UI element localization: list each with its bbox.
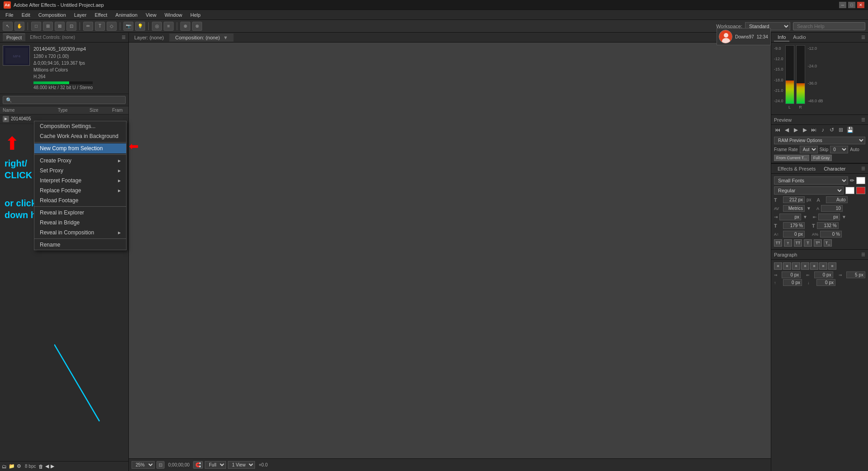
pencil-icon[interactable]: ✏ bbox=[850, 177, 854, 184]
preview-first[interactable]: ⏮ bbox=[774, 127, 781, 133]
para-justify-left[interactable]: ≡ bbox=[801, 262, 809, 270]
full-gray-btn[interactable]: Full Gray bbox=[811, 155, 832, 161]
menu-edit[interactable]: Edit bbox=[18, 11, 34, 19]
ctx-reveal-composition[interactable]: Reveal in Composition bbox=[34, 228, 126, 238]
menu-view[interactable]: View bbox=[142, 11, 160, 19]
new-folder-btn[interactable]: 📁 bbox=[9, 463, 15, 469]
project-settings-btn[interactable]: ⚙ bbox=[17, 463, 21, 469]
tab-composition[interactable]: Composition: (none) ▼ bbox=[170, 33, 234, 42]
toolbar-text[interactable]: T bbox=[95, 22, 105, 31]
kern-input[interactable] bbox=[783, 205, 805, 212]
caps-sub[interactable]: T bbox=[804, 239, 812, 247]
maximize-button[interactable]: □ bbox=[848, 2, 855, 8]
menu-layer[interactable]: Layer bbox=[71, 11, 90, 19]
ctx-reveal-bridge[interactable]: Reveal in Bridge bbox=[34, 218, 126, 228]
tab-character[interactable]: Character bbox=[820, 165, 849, 172]
menu-help[interactable]: Help bbox=[187, 11, 204, 19]
para-justify-all[interactable]: ≡ bbox=[828, 262, 836, 270]
toolbar-shape[interactable]: ◇ bbox=[107, 22, 117, 31]
preview-last[interactable]: ⏭ bbox=[810, 127, 817, 133]
para-space-before[interactable] bbox=[783, 279, 802, 286]
para-indent-first[interactable] bbox=[846, 271, 865, 278]
toolbar-extra-1[interactable]: ⊕ bbox=[180, 22, 190, 31]
indent2-input[interactable] bbox=[818, 214, 840, 220]
caps-tsub[interactable]: T_ bbox=[824, 239, 832, 247]
toolbar-pen[interactable]: ✏ bbox=[83, 22, 93, 31]
para-left[interactable]: ≡ bbox=[774, 262, 782, 270]
from-current-btn[interactable]: From Current T... bbox=[774, 155, 809, 161]
no-stroke-swatch[interactable] bbox=[856, 187, 865, 194]
caps-t-small[interactable]: T bbox=[784, 239, 792, 247]
composition-viewer[interactable] bbox=[129, 43, 771, 458]
ctx-set-proxy[interactable]: Set Proxy bbox=[34, 166, 126, 176]
ctx-create-proxy[interactable]: Create Proxy bbox=[34, 156, 126, 166]
preview-options[interactable]: ⊞ bbox=[837, 127, 844, 133]
delete-item-btn[interactable]: 🗑 bbox=[38, 464, 43, 469]
style-select[interactable]: Regular bbox=[774, 186, 844, 195]
fit-btn[interactable]: ⊡ bbox=[156, 461, 165, 469]
indent-input[interactable] bbox=[779, 214, 801, 220]
ctx-rename[interactable]: Rename bbox=[34, 240, 126, 250]
font-select[interactable]: Small Fonts bbox=[774, 176, 848, 185]
menu-animation[interactable]: Animation bbox=[112, 11, 141, 19]
preview-next-frame[interactable]: ▶ bbox=[801, 127, 808, 133]
preview-menu-btn[interactable]: ☰ bbox=[861, 117, 865, 122]
para-justify-center[interactable]: ≡ bbox=[810, 262, 818, 270]
hscale-input[interactable] bbox=[817, 222, 839, 229]
toolbar-btn-2[interactable]: ⊞ bbox=[43, 22, 53, 31]
tab-project[interactable]: Project bbox=[3, 33, 25, 41]
ctx-replace-footage[interactable]: Replace Footage bbox=[34, 186, 126, 195]
tracking-input[interactable] bbox=[826, 196, 848, 203]
para-menu-btn[interactable]: ☰ bbox=[861, 252, 865, 257]
minimize-button[interactable]: ─ bbox=[839, 2, 846, 8]
view-select[interactable]: 1 View bbox=[228, 461, 255, 469]
collapse-btn[interactable]: ◀ bbox=[45, 463, 49, 469]
caps-tsup[interactable]: T^ bbox=[814, 239, 822, 247]
toolbar-extra-2[interactable]: ⊗ bbox=[192, 22, 202, 31]
preview-cache[interactable]: 💾 bbox=[846, 127, 854, 133]
tab-audio[interactable]: Audio bbox=[789, 33, 809, 42]
preview-play[interactable]: ▶ bbox=[792, 127, 799, 133]
para-center[interactable]: ≡ bbox=[783, 262, 791, 270]
menu-effect[interactable]: Effect bbox=[91, 11, 111, 19]
toolbar-btn-3[interactable]: ⊠ bbox=[55, 22, 65, 31]
para-indent-after[interactable] bbox=[814, 271, 833, 278]
new-item-btn[interactable]: 🗂 bbox=[2, 464, 7, 469]
font-size-input[interactable] bbox=[783, 196, 805, 203]
char-menu-btn[interactable]: ☰ bbox=[861, 166, 865, 171]
caps-tt[interactable]: TT bbox=[774, 239, 782, 247]
toolbar-arrow[interactable]: ↖ bbox=[3, 22, 13, 31]
snap-btn[interactable]: 🧲 bbox=[193, 461, 203, 469]
ctx-composition-settings[interactable]: Composition Settings... bbox=[34, 121, 126, 131]
skip-select[interactable]: 0 bbox=[830, 146, 848, 153]
vscale-input[interactable] bbox=[783, 222, 805, 229]
project-search-input[interactable] bbox=[3, 96, 126, 104]
bshift-input[interactable] bbox=[783, 231, 805, 238]
fill-color-swatch[interactable] bbox=[856, 177, 865, 184]
tsumi-input[interactable] bbox=[820, 231, 842, 238]
menu-composition[interactable]: Composition bbox=[35, 11, 70, 19]
toolbar-adj[interactable]: ≡ bbox=[164, 22, 174, 31]
preview-audio[interactable]: ♪ bbox=[819, 127, 826, 133]
para-indent-before[interactable] bbox=[782, 271, 801, 278]
frame-rate-select[interactable]: Auto bbox=[800, 146, 818, 153]
tab-layer[interactable]: Layer: (none) bbox=[129, 33, 170, 42]
menu-file[interactable]: File bbox=[2, 11, 17, 19]
menu-window[interactable]: Window bbox=[161, 11, 186, 19]
ctx-new-comp[interactable]: New Comp from Selection bbox=[34, 143, 126, 153]
para-justify-right[interactable]: ≡ bbox=[819, 262, 827, 270]
ctx-reload-footage[interactable]: Reload Footage bbox=[34, 195, 126, 205]
toolbar-light[interactable]: 💡 bbox=[135, 22, 145, 31]
caps-super[interactable]: TT bbox=[794, 239, 802, 247]
close-button[interactable]: ✕ bbox=[857, 2, 864, 8]
baseline-input[interactable] bbox=[821, 205, 843, 212]
toolbar-hand[interactable]: ✋ bbox=[14, 22, 24, 31]
preview-prev-frame[interactable]: ◀ bbox=[783, 127, 790, 133]
tab-info[interactable]: Info bbox=[774, 33, 789, 42]
ctx-interpret-footage[interactable]: Interpret Footage bbox=[34, 176, 126, 186]
ctx-cache-work-area[interactable]: Cache Work Area in Background bbox=[34, 131, 126, 141]
para-right[interactable]: ≡ bbox=[792, 262, 800, 270]
zoom-select[interactable]: 25% bbox=[132, 461, 155, 469]
ram-preview-select[interactable]: RAM Preview Options bbox=[774, 137, 865, 144]
stroke-color-swatch[interactable] bbox=[845, 187, 854, 194]
